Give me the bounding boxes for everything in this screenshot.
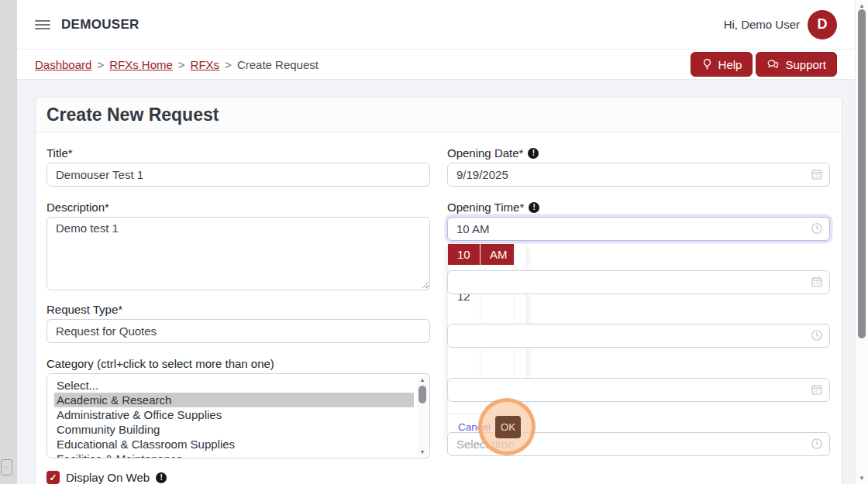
top-header: DEMOUSER Hi, Demo User D xyxy=(17,0,855,50)
hamburger-menu-icon[interactable] xyxy=(35,20,50,29)
left-gutter xyxy=(0,0,17,484)
listbox-scrollbar[interactable]: ▲ ▼ xyxy=(417,376,428,456)
info-icon[interactable]: ! xyxy=(528,148,539,159)
breadcrumb-separator: > xyxy=(178,58,185,71)
cancel-link[interactable]: Cancel xyxy=(458,421,491,433)
category-option[interactable]: Administrative & Office Supplies xyxy=(54,407,414,422)
display-on-web-label: Display On Web xyxy=(66,471,150,484)
category-option-selected[interactable]: Academic & Research xyxy=(54,393,414,407)
ok-button[interactable]: OK xyxy=(495,416,521,438)
scroll-up-icon[interactable]: ▲ xyxy=(856,2,868,9)
description-label: Description* xyxy=(46,201,430,214)
hour-option-selected[interactable]: 10 xyxy=(448,244,480,265)
category-label: Category (ctrl+click to select more than… xyxy=(46,358,430,370)
category-option[interactable]: Select... xyxy=(54,378,414,393)
opening-time-label: Opening Time* xyxy=(447,201,524,214)
category-listbox[interactable]: Select... Academic & Research Administra… xyxy=(46,373,430,458)
scroll-down-icon[interactable]: ▼ xyxy=(417,448,428,456)
page-title: Create New Request xyxy=(46,105,831,125)
page-scrollbar[interactable]: ▲ ▼ xyxy=(855,0,868,484)
request-type-input[interactable] xyxy=(46,319,430,343)
chat-bubbles-icon xyxy=(766,58,780,70)
help-button[interactable]: Help xyxy=(691,52,753,77)
user-greeting: Hi, Demo User xyxy=(724,18,800,31)
opening-date-input[interactable] xyxy=(447,163,830,187)
title-label: Title* xyxy=(46,147,430,160)
collapse-panel-icon[interactable]: ← xyxy=(1,459,12,475)
description-textarea[interactable]: Demo test 1 xyxy=(46,217,430,290)
create-request-card: Create New Request Title* Description* D… xyxy=(35,97,842,484)
breadcrumb-bar: Dashboard > RFXs Home > RFXs > Create Re… xyxy=(17,50,855,80)
breadcrumb-link-dashboard[interactable]: Dashboard xyxy=(35,58,91,71)
app-window: DEMOUSER Hi, Demo User D Dashboard > RFX… xyxy=(17,0,855,484)
avatar[interactable]: D xyxy=(808,10,837,39)
support-button[interactable]: Support xyxy=(756,52,837,77)
page: ← DEMOUSER Hi, Demo User D Dashboard > R… xyxy=(0,0,868,484)
lightbulb-icon xyxy=(701,58,713,70)
breadcrumb-link-rfxs[interactable]: RFXs xyxy=(191,58,220,71)
request-type-label: Request Type* xyxy=(46,304,430,316)
closing-time-input[interactable] xyxy=(447,324,830,348)
closing-date-input[interactable] xyxy=(447,270,830,294)
category-option[interactable]: Community Building xyxy=(54,422,414,437)
main-content: Create New Request Title* Description* D… xyxy=(17,80,855,484)
opening-time-input[interactable] xyxy=(447,217,830,241)
info-icon[interactable]: ! xyxy=(529,202,539,213)
opening-date-label: Opening Date* xyxy=(447,147,523,160)
breadcrumb-link-rfxs-home[interactable]: RFXs Home xyxy=(109,58,173,71)
scrollbar-thumb[interactable] xyxy=(858,9,866,338)
brand-title: DEMOUSER xyxy=(61,17,140,33)
check-icon: ✓ xyxy=(49,472,57,483)
breadcrumb-separator: > xyxy=(97,58,104,71)
category-option[interactable]: Facilities & Maintenance xyxy=(54,451,414,458)
scroll-up-icon[interactable]: ▲ xyxy=(417,376,428,384)
title-input[interactable] xyxy=(46,163,430,187)
category-option[interactable]: Educational & Classroom Supplies xyxy=(54,437,414,451)
scroll-down-icon[interactable]: ▼ xyxy=(856,475,868,482)
breadcrumb-separator: > xyxy=(225,58,232,71)
display-on-web-checkbox[interactable]: ✓ xyxy=(46,471,60,484)
scrollbar-thumb[interactable] xyxy=(418,386,426,403)
secondary-date-input[interactable] xyxy=(447,378,830,402)
meridiem-option-selected[interactable]: AM xyxy=(480,244,514,265)
breadcrumb: Dashboard > RFXs Home > RFXs > Create Re… xyxy=(35,58,319,71)
breadcrumb-current: Create Request xyxy=(237,58,319,71)
info-icon[interactable]: ! xyxy=(156,472,167,483)
